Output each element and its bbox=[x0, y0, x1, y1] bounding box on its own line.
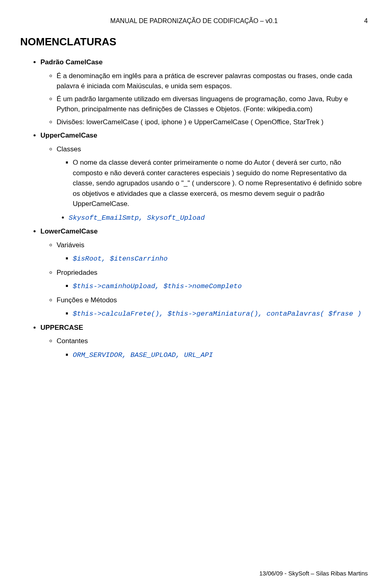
page-number: 4 bbox=[364, 16, 368, 26]
classes-code-item: Skysoft_EmailSmtp, Skysoft_Upload bbox=[69, 212, 368, 223]
classes-title: Classes bbox=[57, 145, 81, 153]
contantes-sublist: ORM_SERVIDOR, BASE_UPLOAD, URL_API bbox=[57, 350, 368, 361]
camelcase-title: Padrão CamelCase bbox=[40, 58, 103, 66]
funcoes-sublist: $this->calculaFrete(), $this->geraMiniat… bbox=[57, 308, 368, 319]
page-header: MANUAL DE PADRONIZAÇÃO DE CODIFICAÇÃO – … bbox=[20, 16, 368, 26]
page-title: NOMENCLATURAS bbox=[20, 34, 368, 50]
propriedades-code: $this->caminhoUpload, $this->nomeComplet… bbox=[73, 282, 242, 290]
lower-propriedades: Propriedades $this->caminhoUpload, $this… bbox=[57, 267, 368, 292]
main-list: Padrão CamelCase É a denominação em ingl… bbox=[20, 57, 368, 360]
uppercase-title: UPPERCASE bbox=[40, 324, 83, 331]
contantes-code-item: ORM_SERVIDOR, BASE_UPLOAD, URL_API bbox=[73, 350, 368, 361]
propriedades-code-item: $this->caminhoUpload, $this->nomeComplet… bbox=[73, 281, 368, 292]
section-upper: UpperCamelCase Classes O nome da classe … bbox=[40, 130, 368, 223]
classes-sublist: O nome da classe deverá conter primeiram… bbox=[57, 157, 368, 209]
section-uppercase: UPPERCASE Contantes ORM_SERVIDOR, BASE_U… bbox=[40, 323, 368, 361]
camelcase-sublist: É a denominação em inglês para a prática… bbox=[40, 71, 368, 127]
funcoes-code: $this->calculaFrete(), $this->geraMiniat… bbox=[73, 310, 361, 318]
camelcase-p3: Divisões: lowerCamelCase ( ipod, iphone … bbox=[57, 117, 368, 127]
upper-sublist: Classes O nome da classe deverá conter p… bbox=[40, 144, 368, 223]
camelcase-p2: É um padrão largamente utilizado em dive… bbox=[57, 94, 368, 115]
uppercase-contantes: Contantes ORM_SERVIDOR, BASE_UPLOAD, URL… bbox=[57, 336, 368, 360]
uppercase-sublist: Contantes ORM_SERVIDOR, BASE_UPLOAD, URL… bbox=[40, 336, 368, 360]
propriedades-sublist: $this->caminhoUpload, $this->nomeComplet… bbox=[57, 281, 368, 292]
lower-funcoes: Funções e Métodos $this->calculaFrete(),… bbox=[57, 295, 368, 319]
variaveis-code: $isRoot, $itensCarrinho bbox=[73, 255, 168, 263]
lower-variaveis: Variáveis $isRoot, $itensCarrinho bbox=[57, 240, 368, 264]
variaveis-code-item: $isRoot, $itensCarrinho bbox=[73, 253, 368, 264]
header-title: MANUAL DE PADRONIZAÇÃO DE CODIFICAÇÃO – … bbox=[110, 17, 278, 24]
contantes-title: Contantes bbox=[57, 337, 88, 345]
classes-code: Skysoft_EmailSmtp, Skysoft_Upload bbox=[69, 214, 205, 222]
funcoes-title: Funções e Métodos bbox=[57, 296, 117, 304]
section-lower: LowerCamelCase Variáveis $isRoot, $itens… bbox=[40, 226, 368, 319]
classes-code-list: Skysoft_EmailSmtp, Skysoft_Upload bbox=[57, 212, 368, 223]
funcoes-code-item: $this->calculaFrete(), $this->geraMiniat… bbox=[73, 308, 368, 319]
upper-classes: Classes O nome da classe deverá conter p… bbox=[57, 144, 368, 223]
variaveis-title: Variáveis bbox=[57, 241, 84, 249]
section-camelcase: Padrão CamelCase É a denominação em ingl… bbox=[40, 57, 368, 127]
upper-title: UpperCamelCase bbox=[40, 132, 97, 139]
lower-sublist: Variáveis $isRoot, $itensCarrinho Propri… bbox=[40, 240, 368, 319]
contantes-code: ORM_SERVIDOR, BASE_UPLOAD, URL_API bbox=[73, 351, 213, 359]
classes-p1: O nome da classe deverá conter primeiram… bbox=[73, 157, 368, 209]
lower-title: LowerCamelCase bbox=[40, 227, 98, 235]
camelcase-p1: É a denominação em inglês para a prática… bbox=[57, 71, 368, 91]
propriedades-title: Propriedades bbox=[57, 269, 97, 276]
variaveis-sublist: $isRoot, $itensCarrinho bbox=[57, 253, 368, 264]
page-footer: 13/06/09 - SkySoft – Silas Ribas Martins bbox=[259, 569, 368, 578]
